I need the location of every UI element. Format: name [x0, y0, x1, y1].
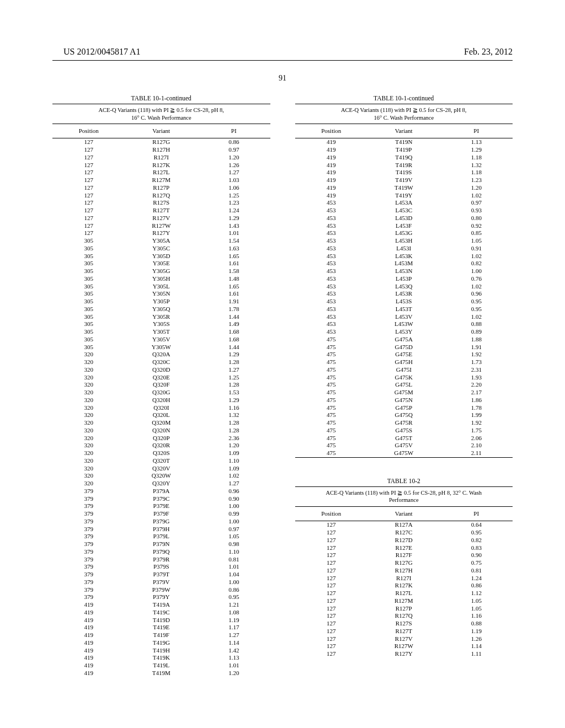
- table-row: 453L453V1.02: [295, 313, 513, 321]
- table-cell: 0.96: [440, 290, 513, 298]
- table-cell: Q320C: [125, 358, 198, 366]
- table-cell: 2.06: [440, 435, 513, 442]
- table-cell: T419R: [367, 162, 440, 169]
- table-cell: 1.28: [198, 381, 270, 389]
- table-cell: 1.16: [440, 612, 513, 620]
- table-cell: 0.86: [440, 582, 513, 590]
- table-row: 320Q320S1.09: [52, 449, 270, 457]
- table-cell: P379S: [125, 563, 198, 571]
- table-row: 127R127Q1.25: [52, 192, 270, 200]
- table-cell: 0.97: [198, 526, 270, 533]
- table-cell: P379E: [125, 502, 198, 510]
- table-cell: 1.78: [440, 404, 513, 412]
- table-cell: 475: [295, 358, 368, 366]
- table-cell: 453: [295, 290, 368, 298]
- table-cell: 1.09: [198, 465, 270, 473]
- table-cell: 1.48: [198, 275, 270, 283]
- table-cell: L453T: [367, 306, 440, 313]
- table-cell: 0.86: [198, 586, 270, 594]
- table-cell: G475K: [367, 374, 440, 382]
- table-row: 127R127H0.81: [295, 567, 513, 575]
- table-cell: 2.10: [440, 442, 513, 449]
- table-cell: 305: [52, 336, 125, 344]
- table-cell: 1.02: [440, 313, 513, 321]
- table-row: 419T419W1.20: [295, 184, 513, 192]
- table-cell: 1.92: [440, 419, 513, 427]
- table-cell: 1.12: [440, 590, 513, 597]
- table-cell: 419: [52, 647, 125, 655]
- table-row: 127R127Y1.01: [52, 229, 270, 237]
- table-row: 419T419N1.13: [295, 138, 513, 146]
- table-cell: 453: [295, 275, 368, 283]
- table-cell: Y305L: [125, 283, 198, 291]
- table-caption: 16° C. Wash Performance: [52, 114, 270, 124]
- table-cell: L453W: [367, 320, 440, 328]
- table-10-1-right: TABLE 10-1-continued ACE-Q Variants (118…: [295, 93, 513, 459]
- table-cell: 1.73: [440, 358, 513, 366]
- table-cell: R127S: [367, 620, 440, 628]
- table-cell: 1.14: [440, 643, 513, 650]
- table-cell: 127: [52, 184, 125, 192]
- table-row: 320Q320M1.28: [52, 419, 270, 427]
- table-cell: 419: [295, 138, 368, 146]
- table-cell: Y305H: [125, 275, 198, 283]
- table-row: 127R127H0.97: [52, 146, 270, 154]
- table-cell: L453S: [367, 298, 440, 306]
- table-cell: 0.76: [440, 275, 513, 283]
- table-cell: Q320Y: [125, 480, 198, 488]
- table-title: TABLE 10-1-continued: [52, 93, 270, 104]
- table-cell: 419: [52, 662, 125, 670]
- table-cell: 1.58: [198, 267, 270, 275]
- table-row: 453L453M0.82: [295, 260, 513, 267]
- table-cell: 1.32: [440, 162, 513, 169]
- table-cell: G475E: [367, 351, 440, 358]
- table-cell: 1.28: [198, 419, 270, 427]
- table-cell: 379: [52, 579, 125, 586]
- table-cell: 127: [295, 559, 368, 567]
- table-cell: L453N: [367, 267, 440, 275]
- table-cell: 127: [52, 229, 125, 237]
- table-row: 127R127Y1.11: [295, 650, 513, 658]
- table-cell: 419: [52, 654, 125, 662]
- table-cell: G475N: [367, 397, 440, 404]
- table-row: 305Y305L1.65: [52, 283, 270, 291]
- table-row: 320Q320Y1.27: [52, 480, 270, 488]
- table-cell: R127T: [125, 207, 198, 215]
- table-cell: 1.92: [440, 351, 513, 358]
- table-cell: 453: [295, 253, 368, 260]
- table-cell: 1.29: [440, 146, 513, 154]
- table-cell: 475: [295, 397, 368, 404]
- table-cell: Y305W: [125, 344, 198, 351]
- table-cell: 127: [295, 552, 368, 559]
- table-cell: P379Y: [125, 593, 198, 601]
- table-cell: T419G: [125, 639, 198, 647]
- table-cell: 453: [295, 283, 368, 291]
- table-cell: L453P: [367, 275, 440, 283]
- table-cell: 1.29: [198, 215, 270, 222]
- table-cell: 1.19: [440, 628, 513, 635]
- table-cell: 320: [52, 465, 125, 473]
- table-cell: 320: [52, 374, 125, 382]
- table-row: 305Y305D1.65: [52, 253, 270, 260]
- table-row: 127R127S1.23: [52, 199, 270, 207]
- table-cell: 1.25: [198, 192, 270, 200]
- table-row: 127R127T1.24: [52, 207, 270, 215]
- table-row: 453L453C0.93: [295, 207, 513, 215]
- table-cell: P379F: [125, 510, 198, 518]
- table-row: 475G475A1.88: [295, 336, 513, 344]
- table-cell: 1.14: [198, 639, 270, 647]
- table-cell: 0.96: [198, 488, 270, 495]
- table-cell: 453: [295, 229, 368, 237]
- table-cell: L453I: [367, 245, 440, 253]
- table-cell: 0.95: [198, 593, 270, 601]
- table-cell: 453: [295, 298, 368, 306]
- table-cell: Q320V: [125, 465, 198, 473]
- table-cell: R127Y: [125, 229, 198, 237]
- table-cell: T419A: [125, 601, 198, 609]
- table-cell: 0.86: [198, 138, 270, 146]
- table-cell: 379: [52, 495, 125, 503]
- table-cell: G475R: [367, 419, 440, 427]
- table-cell: 0.85: [440, 229, 513, 237]
- table-cell: 127: [52, 215, 125, 222]
- table-row: 127R127D0.82: [295, 537, 513, 544]
